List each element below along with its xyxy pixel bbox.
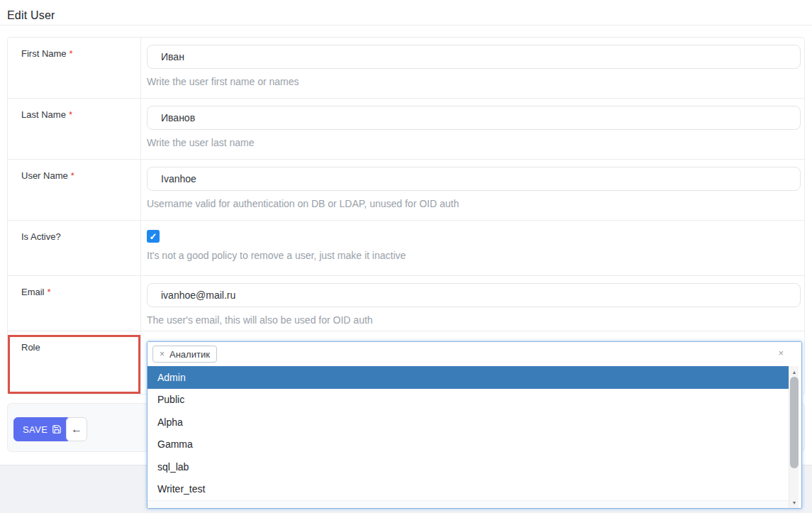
role-selected-tag[interactable]: × Аналитик [152,346,217,363]
first-name-input[interactable] [147,45,801,69]
user-name-label-text: User Name [21,170,68,181]
is-active-cell: ✓ It's not a good policy to remove a use… [141,221,804,275]
form-row-first-name: First Name* Write the user first name or… [8,38,804,99]
role-selected-tag-label: Аналитик [169,349,210,360]
dropdown-scrollbar[interactable]: ▲ ▼ [789,366,799,508]
form-row-email: Email* The user's email, this will also … [8,276,804,331]
select-clear-icon[interactable]: × [778,348,784,358]
user-name-label: User Name* [8,160,141,220]
required-asterisk: * [71,170,74,181]
save-button-label: SAVE [23,424,48,435]
required-asterisk: * [69,109,72,120]
role-option-alpha[interactable]: Alpha [148,411,790,434]
last-name-input[interactable] [147,106,801,130]
role-option-writer-test[interactable]: Writer_test [148,478,790,501]
first-name-help: Write the user first name or names [147,76,801,87]
email-label-text: Email [21,287,45,297]
first-name-label-text: First Name [21,48,67,59]
title-divider [0,25,812,26]
role-label: Role [8,331,141,395]
role-option-gamma[interactable]: Gamma [148,434,790,456]
is-active-label: Is Active? [8,221,141,275]
user-name-help: Username valid for authentication on DB … [147,198,801,209]
is-active-checkbox[interactable]: ✓ [147,230,160,243]
save-button[interactable]: SAVE [13,417,71,441]
email-help: The user's email, this will also be used… [147,314,801,326]
email-label: Email* [8,276,141,331]
form-row-last-name: Last Name* Write the user last name [8,99,804,160]
is-active-label-text: Is Active? [21,231,61,242]
first-name-cell: Write the user first name or names [141,38,804,98]
page-title: Edit User [7,9,55,22]
last-name-label-text: Last Name [21,109,66,120]
checkbox-check-icon: ✓ [150,231,157,242]
email-cell: The user's email, this will also be used… [141,276,804,331]
form-row-user-name: User Name* Username valid for authentica… [8,160,804,221]
user-name-cell: Username valid for authentication on DB … [141,160,804,220]
email-input[interactable] [147,283,801,307]
scrollbar-down-icon[interactable]: ▼ [789,498,799,507]
role-option-admin[interactable]: Admin [148,366,790,389]
user-name-input[interactable] [147,167,801,191]
scrollbar-up-icon[interactable]: ▲ [789,368,799,376]
last-name-help: Write the user last name [147,137,801,148]
form-row-is-active: Is Active? ✓ It's not a good policy to r… [8,221,804,276]
role-option-partial [148,500,790,508]
role-option-public[interactable]: Public [148,389,790,412]
role-select-control[interactable]: × Аналитик × [148,342,801,366]
edit-user-page: Edit User First Name* Write the user fir… [0,0,812,513]
role-select-dropdown: × Аналитик × Admin Public Alpha Gamma sq… [147,341,802,509]
save-floppy-icon [52,424,62,434]
back-arrow-icon: ← [71,423,82,436]
tag-remove-icon[interactable]: × [160,349,165,359]
required-asterisk: * [69,48,73,59]
required-asterisk: * [48,287,51,297]
last-name-cell: Write the user last name [141,99,804,159]
scrollbar-thumb[interactable] [790,377,799,468]
role-label-text: Role [21,342,40,353]
first-name-label: First Name* [8,38,141,98]
is-active-help: It's not a good policy to remove a user,… [147,250,801,261]
role-option-sql-lab[interactable]: sql_lab [148,456,790,478]
last-name-label: Last Name* [8,99,141,159]
role-options-list: Admin Public Alpha Gamma sql_lab Writer_… [148,366,801,508]
back-button[interactable]: ← [66,417,87,441]
